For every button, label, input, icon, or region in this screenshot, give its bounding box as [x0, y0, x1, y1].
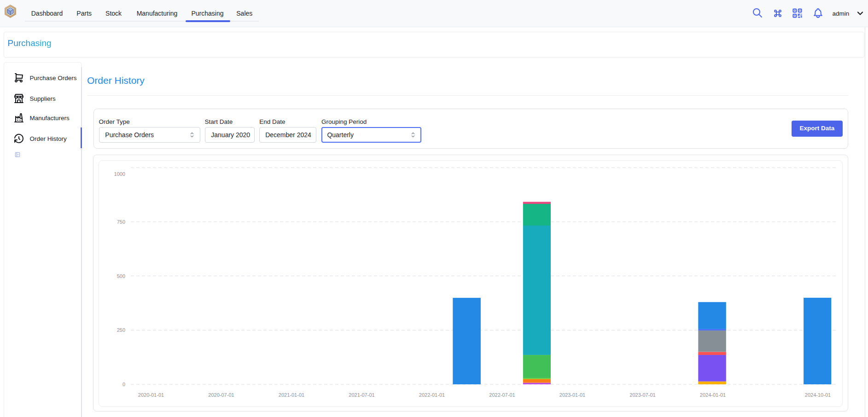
svg-text:2022-07-01: 2022-07-01 — [489, 392, 515, 398]
svg-text:0: 0 — [122, 382, 125, 387]
svg-text:2024-10-01: 2024-10-01 — [805, 392, 831, 398]
svg-text:2021-01-01: 2021-01-01 — [279, 392, 304, 398]
svg-text:250: 250 — [117, 327, 125, 333]
svg-text:2020-01-01: 2020-01-01 — [138, 392, 164, 398]
svg-text:1000: 1000 — [114, 171, 125, 177]
svg-text:2020-07-01: 2020-07-01 — [208, 392, 234, 398]
svg-text:2023-07-01: 2023-07-01 — [629, 392, 655, 398]
svg-text:2022-01-01: 2022-01-01 — [419, 392, 445, 398]
svg-text:2021-07-01: 2021-07-01 — [349, 392, 374, 398]
svg-text:2024-01-01: 2024-01-01 — [700, 392, 726, 398]
svg-text:750: 750 — [117, 219, 125, 225]
svg-text:500: 500 — [117, 273, 125, 279]
svg-text:2023-01-01: 2023-01-01 — [559, 392, 585, 398]
